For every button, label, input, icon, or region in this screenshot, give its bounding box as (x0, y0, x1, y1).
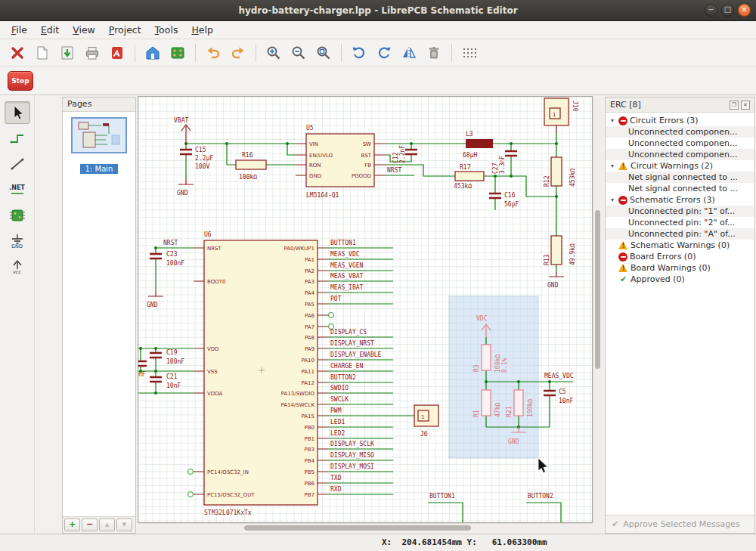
erc-group-board-warnings[interactable]: ▾Board Warnings (0) (606, 262, 754, 274)
close-button[interactable]: × (738, 4, 751, 17)
net-label-tool-button[interactable]: .NET (5, 178, 30, 201)
erc-message[interactable]: Net signal connected to ... (606, 183, 754, 194)
net-labels[interactable]: BUTTON1 MEAS_VDC MEAS_VGEN MEAS_VBAT MEA… (330, 240, 382, 493)
svg-text:49.9kΩ: 49.9kΩ (569, 243, 576, 265)
expand-arrow-icon[interactable]: ▾ (609, 163, 616, 169)
add-page-button[interactable]: + (64, 518, 80, 531)
component-c15[interactable]: C15 2.2µF 100V (180, 147, 213, 170)
schematic-canvas[interactable]: VBAT C15 2.2µF 100V GND R16 100kΩ (138, 97, 592, 522)
erc-group-circuit-errors[interactable]: ▾Circuit Errors (3) (606, 115, 754, 126)
component-r17[interactable]: R17 453kΩ (454, 164, 484, 190)
erc-message[interactable]: Net signal connected to ... (606, 172, 754, 183)
new-file-button[interactable] (31, 42, 54, 63)
expand-arrow-icon[interactable]: ▾ (609, 197, 616, 203)
component-c27[interactable]: C27 3.3nF (492, 151, 517, 174)
component-edge-capacitor[interactable]: nF (138, 361, 147, 378)
export-pdf-button[interactable] (106, 42, 129, 63)
grid-settings-button[interactable] (458, 42, 481, 63)
power-gnd-c23[interactable]: GND (147, 292, 163, 308)
menu-view[interactable]: View (66, 22, 102, 38)
page-item-main[interactable]: 1: Main (80, 164, 119, 174)
erc-message[interactable]: Unconnected componen... (606, 126, 754, 138)
net-label-icon: .NET (9, 184, 25, 191)
delete-button[interactable] (423, 42, 445, 63)
component-r16[interactable]: R16 100kΩ (236, 152, 266, 181)
save-button[interactable] (56, 42, 79, 63)
menu-file[interactable]: File (5, 22, 34, 38)
vertical-scroll-thumb[interactable] (595, 210, 600, 369)
redo-button[interactable] (227, 42, 249, 63)
minimize-button[interactable]: − (705, 4, 717, 17)
erc-message[interactable]: Unconnected pin: "A" of... (606, 228, 754, 240)
move-page-down-button[interactable]: ▼ (116, 518, 132, 531)
erc-group-schematic-warnings[interactable]: ▾Schematic Warnings (0) (606, 240, 754, 251)
component-c23[interactable]: C23 100nF (150, 251, 184, 267)
erc-group-approved[interactable]: ▾✔Approved (0) (606, 274, 754, 285)
erc-message[interactable]: Unconnected componen... (606, 138, 754, 149)
power-gnd-c15[interactable]: GND (177, 179, 194, 197)
component-u6[interactable]: U6 STM32L071KxTx NRST BOOT0 VDD VSS VDDA… (194, 231, 328, 516)
component-c16[interactable]: C16 56pF (489, 192, 519, 208)
component-r12[interactable]: R12 453kΩ (544, 157, 576, 187)
power-gnd-r13[interactable]: GND (547, 272, 564, 289)
title-bar[interactable]: hydro-battery-charger.lpp - LibrePCB Sch… (0, 0, 756, 21)
menu-edit[interactable]: Edit (34, 22, 66, 38)
power-vbat[interactable]: VBAT (174, 117, 191, 144)
draw-wire-tool-button[interactable] (5, 127, 30, 150)
board-editor-button[interactable] (166, 42, 189, 63)
add-component-tool-button[interactable] (5, 204, 30, 227)
component-c12[interactable]: C12 2.2nF (392, 145, 417, 163)
zoom-fit-button[interactable] (312, 42, 335, 63)
move-page-up-button[interactable]: ▲ (99, 518, 115, 531)
net-label-nrst-top[interactable]: NRST (387, 167, 401, 174)
stop-command-button[interactable]: Stop (8, 71, 33, 91)
component-u5[interactable]: U5 LM5164-Q1 VIN EN/UVLO RON GND SW BST … (296, 125, 385, 199)
svg-text:PA14/SWCLK: PA14/SWCLK (280, 402, 314, 408)
menu-help[interactable]: Help (184, 22, 220, 38)
menu-project[interactable]: Project (102, 22, 148, 38)
erc-message[interactable]: Unconnected pin: "2" of... (606, 217, 754, 228)
menu-tools[interactable]: Tools (148, 22, 185, 38)
net-label-button1[interactable]: BUTTON1 (429, 493, 455, 500)
component-c19[interactable]: C19 100nF (150, 349, 184, 365)
zoom-in-button[interactable] (262, 42, 285, 63)
net-label-nrst-left[interactable]: NRST (163, 240, 178, 246)
erc-float-button[interactable]: ❐ (730, 101, 739, 110)
page-thumbnail[interactable] (71, 117, 127, 153)
expand-arrow-icon[interactable]: ▾ (609, 117, 616, 124)
close-project-button[interactable] (6, 42, 29, 63)
erc-message[interactable]: Unconnected pin: "1" of... (606, 206, 754, 217)
print-button[interactable] (81, 42, 104, 63)
svg-text:56pF: 56pF (504, 201, 519, 208)
component-l3[interactable]: L3 68µH (463, 131, 493, 159)
component-r13[interactable]: R13 49.9kΩ (544, 236, 576, 265)
component-c5[interactable]: C5 10nF (544, 388, 573, 404)
net-label-meas-vdc[interactable]: MEAS_VDC (544, 373, 574, 379)
add-vcc-tool-button[interactable]: vcc (5, 255, 30, 278)
erc-group-schematic-errors[interactable]: ▾Schematic Errors (3) (606, 194, 754, 206)
control-panel-button[interactable] (141, 42, 164, 63)
component-j10[interactable]: 1 J10 (544, 98, 578, 133)
approve-selected-messages-button[interactable]: ✔ Approve Selected Messages (606, 515, 754, 533)
erc-message[interactable]: Unconnected componen... (606, 149, 754, 160)
select-tool-button[interactable] (5, 101, 30, 124)
add-gnd-tool-button[interactable]: GND (5, 230, 30, 252)
canvas-vertical-scrollbar[interactable] (593, 97, 601, 522)
rotate-ccw-icon (351, 45, 367, 61)
rotate-cw-button[interactable] (373, 42, 395, 63)
zoom-out-button[interactable] (287, 42, 310, 63)
component-j6[interactable]: 1 J6 (414, 405, 438, 438)
undo-button[interactable] (202, 42, 225, 63)
horizontal-scroll-thumb[interactable] (244, 525, 471, 531)
component-c21[interactable]: C21 10nF (150, 373, 181, 389)
maximize-button[interactable]: □ (721, 4, 734, 17)
erc-group-board-errors[interactable]: ▾Board Errors (0) (606, 251, 754, 262)
erc-close-button[interactable]: ✕ (741, 101, 750, 110)
erc-group-circuit-warnings[interactable]: ▾Circuit Warnings (2) (606, 160, 754, 172)
canvas-horizontal-scrollbar[interactable] (138, 523, 592, 531)
net-label-button2[interactable]: BUTTON2 (528, 493, 553, 500)
draw-line-tool-button[interactable] (5, 153, 30, 175)
mirror-button[interactable] (398, 42, 420, 63)
rotate-ccw-button[interactable] (348, 42, 370, 63)
remove-page-button[interactable]: − (82, 518, 98, 531)
